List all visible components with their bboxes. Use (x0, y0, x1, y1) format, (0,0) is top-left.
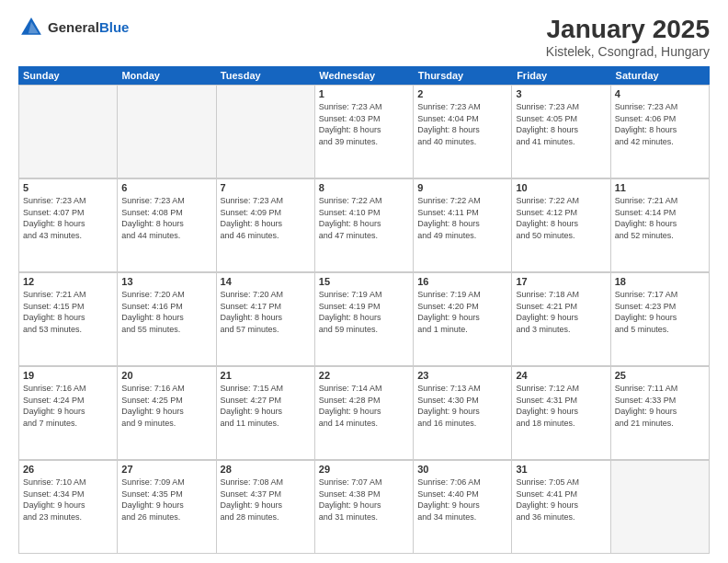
calendar-empty (19, 86, 118, 178)
calendar-empty (611, 461, 710, 554)
calendar-day-5: 5Sunrise: 7:23 AM Sunset: 4:07 PM Daylig… (19, 179, 118, 272)
logo: GeneralBlue (18, 15, 129, 40)
day-number: 30 (417, 464, 507, 475)
day-number: 25 (615, 370, 705, 381)
main-title: January 2025 (546, 15, 710, 44)
day-info: Sunrise: 7:17 AM Sunset: 4:23 PM Dayligh… (615, 289, 705, 335)
day-info: Sunrise: 7:19 AM Sunset: 4:20 PM Dayligh… (417, 289, 507, 335)
day-number: 26 (23, 464, 113, 475)
calendar-day-9: 9Sunrise: 7:22 AM Sunset: 4:11 PM Daylig… (414, 179, 512, 272)
day-number: 18 (615, 276, 705, 287)
day-info: Sunrise: 7:09 AM Sunset: 4:35 PM Dayligh… (121, 477, 211, 523)
title-block: January 2025 Kistelek, Csongrad, Hungary (546, 15, 710, 59)
day-info: Sunrise: 7:16 AM Sunset: 4:25 PM Dayligh… (121, 383, 211, 429)
day-info: Sunrise: 7:23 AM Sunset: 4:04 PM Dayligh… (417, 101, 507, 147)
day-header-monday: Monday (117, 66, 215, 85)
day-info: Sunrise: 7:21 AM Sunset: 4:15 PM Dayligh… (23, 289, 113, 335)
calendar-day-4: 4Sunrise: 7:23 AM Sunset: 4:06 PM Daylig… (611, 86, 710, 178)
day-number: 14 (221, 276, 311, 287)
calendar-day-18: 18Sunrise: 7:17 AM Sunset: 4:23 PM Dayli… (611, 273, 710, 366)
logo-blue: Blue (99, 19, 130, 35)
day-info: Sunrise: 7:12 AM Sunset: 4:31 PM Dayligh… (516, 383, 606, 429)
day-info: Sunrise: 7:21 AM Sunset: 4:14 PM Dayligh… (615, 195, 705, 241)
calendar-day-11: 11Sunrise: 7:21 AM Sunset: 4:14 PM Dayli… (611, 179, 710, 272)
day-number: 27 (121, 464, 211, 475)
day-number: 17 (516, 276, 606, 287)
day-number: 2 (417, 88, 507, 99)
calendar-day-14: 14Sunrise: 7:20 AM Sunset: 4:17 PM Dayli… (217, 273, 315, 366)
calendar-day-29: 29Sunrise: 7:07 AM Sunset: 4:38 PM Dayli… (315, 461, 414, 554)
day-number: 24 (516, 370, 606, 381)
day-header-friday: Friday (512, 66, 610, 85)
calendar-day-27: 27Sunrise: 7:09 AM Sunset: 4:35 PM Dayli… (118, 461, 216, 554)
day-info: Sunrise: 7:23 AM Sunset: 4:07 PM Dayligh… (23, 195, 113, 241)
logo-general: General (48, 19, 99, 35)
day-number: 7 (221, 182, 311, 193)
day-info: Sunrise: 7:23 AM Sunset: 4:08 PM Dayligh… (121, 195, 211, 241)
calendar-day-6: 6Sunrise: 7:23 AM Sunset: 4:08 PM Daylig… (118, 179, 216, 272)
day-info: Sunrise: 7:11 AM Sunset: 4:33 PM Dayligh… (615, 383, 705, 429)
day-info: Sunrise: 7:22 AM Sunset: 4:10 PM Dayligh… (319, 195, 409, 241)
calendar-day-25: 25Sunrise: 7:11 AM Sunset: 4:33 PM Dayli… (611, 367, 710, 460)
calendar-day-17: 17Sunrise: 7:18 AM Sunset: 4:21 PM Dayli… (512, 273, 610, 366)
day-number: 10 (516, 182, 606, 193)
header: GeneralBlue January 2025 Kistelek, Csong… (18, 15, 710, 59)
day-number: 16 (417, 276, 507, 287)
day-info: Sunrise: 7:08 AM Sunset: 4:37 PM Dayligh… (221, 477, 311, 523)
calendar-day-13: 13Sunrise: 7:20 AM Sunset: 4:16 PM Dayli… (118, 273, 216, 366)
calendar-day-19: 19Sunrise: 7:16 AM Sunset: 4:24 PM Dayli… (19, 367, 118, 460)
calendar-week-5: 26Sunrise: 7:10 AM Sunset: 4:34 PM Dayli… (18, 460, 710, 554)
day-header-wednesday: Wednesday (314, 66, 413, 85)
calendar-day-2: 2Sunrise: 7:23 AM Sunset: 4:04 PM Daylig… (414, 86, 512, 178)
day-info: Sunrise: 7:23 AM Sunset: 4:03 PM Dayligh… (319, 101, 409, 147)
day-number: 12 (23, 276, 113, 287)
day-info: Sunrise: 7:14 AM Sunset: 4:28 PM Dayligh… (319, 383, 409, 429)
day-info: Sunrise: 7:23 AM Sunset: 4:05 PM Dayligh… (516, 101, 606, 147)
calendar-day-22: 22Sunrise: 7:14 AM Sunset: 4:28 PM Dayli… (315, 367, 414, 460)
day-number: 9 (417, 182, 507, 193)
day-header-thursday: Thursday (414, 66, 512, 85)
day-info: Sunrise: 7:13 AM Sunset: 4:30 PM Dayligh… (417, 383, 507, 429)
calendar-day-1: 1Sunrise: 7:23 AM Sunset: 4:03 PM Daylig… (315, 86, 414, 178)
calendar-header: SundayMondayTuesdayWednesdayThursdayFrid… (18, 66, 710, 85)
calendar-empty (217, 86, 315, 178)
logo-icon (18, 15, 44, 40)
day-info: Sunrise: 7:23 AM Sunset: 4:09 PM Dayligh… (221, 195, 311, 241)
logo-text: GeneralBlue (48, 20, 129, 36)
calendar-week-1: 1Sunrise: 7:23 AM Sunset: 4:03 PM Daylig… (18, 85, 710, 178)
day-number: 4 (615, 88, 705, 99)
day-number: 19 (23, 370, 113, 381)
day-header-tuesday: Tuesday (216, 66, 314, 85)
calendar-empty (118, 86, 216, 178)
calendar-day-31: 31Sunrise: 7:05 AM Sunset: 4:41 PM Dayli… (512, 461, 610, 554)
calendar-day-12: 12Sunrise: 7:21 AM Sunset: 4:15 PM Dayli… (19, 273, 118, 366)
day-number: 28 (221, 464, 311, 475)
calendar-body: 1Sunrise: 7:23 AM Sunset: 4:03 PM Daylig… (18, 85, 710, 554)
day-number: 8 (319, 182, 409, 193)
day-number: 11 (615, 182, 705, 193)
calendar-day-8: 8Sunrise: 7:22 AM Sunset: 4:10 PM Daylig… (315, 179, 414, 272)
day-info: Sunrise: 7:22 AM Sunset: 4:11 PM Dayligh… (417, 195, 507, 241)
day-number: 22 (319, 370, 409, 381)
day-number: 5 (23, 182, 113, 193)
day-number: 21 (221, 370, 311, 381)
day-info: Sunrise: 7:23 AM Sunset: 4:06 PM Dayligh… (615, 101, 705, 147)
calendar-day-26: 26Sunrise: 7:10 AM Sunset: 4:34 PM Dayli… (19, 461, 118, 554)
calendar: SundayMondayTuesdayWednesdayThursdayFrid… (18, 66, 710, 554)
day-number: 13 (121, 276, 211, 287)
day-number: 1 (319, 88, 409, 99)
day-info: Sunrise: 7:06 AM Sunset: 4:40 PM Dayligh… (417, 477, 507, 523)
subtitle: Kistelek, Csongrad, Hungary (546, 44, 710, 59)
day-info: Sunrise: 7:07 AM Sunset: 4:38 PM Dayligh… (319, 477, 409, 523)
day-info: Sunrise: 7:20 AM Sunset: 4:17 PM Dayligh… (221, 289, 311, 335)
calendar-day-10: 10Sunrise: 7:22 AM Sunset: 4:12 PM Dayli… (512, 179, 610, 272)
calendar-day-30: 30Sunrise: 7:06 AM Sunset: 4:40 PM Dayli… (414, 461, 512, 554)
calendar-day-7: 7Sunrise: 7:23 AM Sunset: 4:09 PM Daylig… (217, 179, 315, 272)
day-info: Sunrise: 7:16 AM Sunset: 4:24 PM Dayligh… (23, 383, 113, 429)
calendar-day-28: 28Sunrise: 7:08 AM Sunset: 4:37 PM Dayli… (217, 461, 315, 554)
day-info: Sunrise: 7:18 AM Sunset: 4:21 PM Dayligh… (516, 289, 606, 335)
day-number: 23 (417, 370, 507, 381)
day-info: Sunrise: 7:15 AM Sunset: 4:27 PM Dayligh… (221, 383, 311, 429)
page: GeneralBlue January 2025 Kistelek, Csong… (0, 0, 728, 563)
day-info: Sunrise: 7:05 AM Sunset: 4:41 PM Dayligh… (516, 477, 606, 523)
